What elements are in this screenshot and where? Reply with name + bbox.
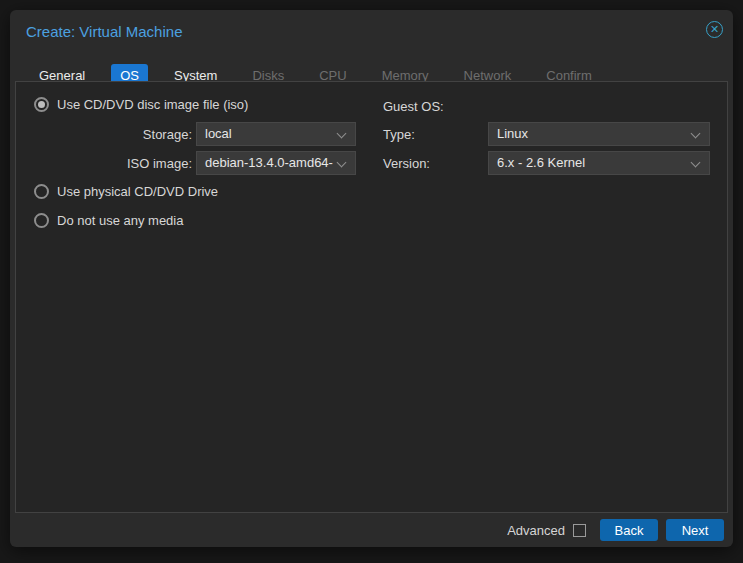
guest-os-version-select[interactable]: 6.x - 2.6 Kernel [488,151,710,175]
radio-no-media-label: Do not use any media [57,213,183,228]
radio-use-iso-label: Use CD/DVD disc image file (iso) [57,97,248,112]
guest-os-version-value: 6.x - 2.6 Kernel [497,155,585,170]
chevron-down-icon [691,158,701,168]
radio-use-iso[interactable]: Use CD/DVD disc image file (iso) [34,97,248,112]
radio-physical-drive[interactable]: Use physical CD/DVD Drive [34,184,218,199]
storage-value: local [205,126,232,141]
back-button[interactable]: Back [600,519,658,541]
guest-os-type-label: Type: [383,127,488,142]
chevron-down-icon [691,129,701,139]
guest-os-version-label: Version: [383,156,488,171]
radio-no-media[interactable]: Do not use any media [34,213,183,228]
dialog-header: Create: Virtual Machine ✕ [10,10,733,50]
guest-os-heading: Guest OS: [383,99,444,114]
guest-os-type-row: Type: Linux [383,122,710,146]
storage-label: Storage: [26,127,196,142]
iso-image-value: debian-13.4.0-amd64- [205,155,333,170]
iso-image-row: ISO image: debian-13.4.0-amd64- [26,151,356,175]
radio-icon[interactable] [34,184,49,199]
create-vm-dialog: Create: Virtual Machine ✕ General OS Sys… [10,10,733,547]
iso-image-select[interactable]: debian-13.4.0-amd64- [196,151,356,175]
advanced-label: Advanced [507,523,565,538]
guest-os-type-select[interactable]: Linux [488,122,710,146]
guest-os-type-value: Linux [497,126,528,141]
os-tab-panel: Use CD/DVD disc image file (iso) Storage… [15,81,728,513]
dialog-title: Create: Virtual Machine [26,23,182,40]
radio-physical-drive-label: Use physical CD/DVD Drive [57,184,218,199]
next-button[interactable]: Next [666,519,724,541]
chevron-down-icon [337,129,347,139]
radio-icon[interactable] [34,213,49,228]
advanced-checkbox[interactable] [573,524,586,537]
radio-icon[interactable] [34,97,49,112]
storage-row: Storage: local [26,122,356,146]
close-icon[interactable]: ✕ [706,21,723,38]
desktop-background: { "dialog": { "title": "Create: Virtual … [0,0,743,563]
dialog-footer: Advanced Back Next [10,513,733,547]
iso-image-label: ISO image: [26,156,196,171]
guest-os-version-row: Version: 6.x - 2.6 Kernel [383,151,710,175]
storage-select[interactable]: local [196,122,356,146]
chevron-down-icon [337,158,347,168]
